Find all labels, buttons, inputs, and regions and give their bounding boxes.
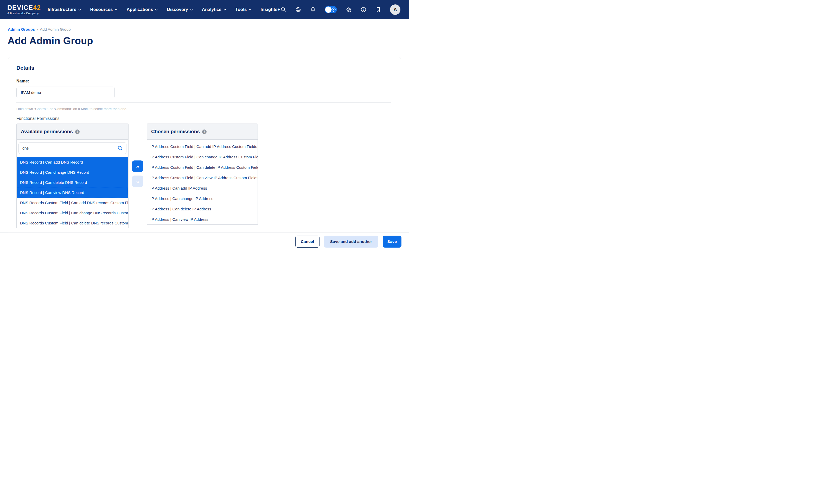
breadcrumb-current: Add Admin Group bbox=[40, 27, 70, 31]
name-input[interactable] bbox=[16, 87, 115, 98]
page-title: Add Admin Group bbox=[8, 35, 93, 47]
nav-menu-item[interactable]: Tools bbox=[235, 7, 251, 12]
chosen-permission-option[interactable]: IP Address Custom Field | Can delete IP … bbox=[147, 162, 257, 172]
chosen-permission-option[interactable]: IP Address | Can delete IP Address bbox=[147, 204, 257, 214]
notifications-bell-icon[interactable] bbox=[310, 7, 316, 13]
chevron-down-icon bbox=[190, 9, 193, 11]
nav-menu: Infrastructure Resources Applications Di… bbox=[48, 7, 280, 12]
chevron-down-icon bbox=[223, 9, 226, 11]
section-divider bbox=[16, 102, 391, 103]
globe-icon[interactable] bbox=[295, 7, 301, 13]
chosen-permissions-panel: Chosen permissions ? IP Address Custom F… bbox=[147, 124, 258, 225]
breadcrumb: Admin Groups › Add Admin Group bbox=[8, 27, 71, 31]
chosen-permission-option[interactable]: IP Address Custom Field | Can add IP Add… bbox=[147, 141, 257, 152]
chosen-permissions-header: Chosen permissions ? bbox=[147, 124, 257, 140]
nav-menu-item[interactable]: Discovery bbox=[167, 7, 193, 12]
available-permissions-header: Available permissions ? bbox=[17, 124, 128, 140]
details-heading: Details bbox=[16, 65, 391, 71]
move-right-button[interactable]: » bbox=[132, 160, 143, 172]
breadcrumb-separator: › bbox=[37, 27, 38, 31]
chosen-permission-option[interactable]: IP Address | Can add IP Address bbox=[147, 183, 257, 193]
available-permissions-title: Available permissions bbox=[21, 129, 73, 134]
available-permissions-list: DNS Record | Can add DNS Record DNS Reco… bbox=[17, 157, 128, 228]
nav-icon-cluster: ? A bbox=[280, 4, 400, 15]
chevron-down-icon bbox=[114, 9, 118, 11]
nav-menu-item[interactable]: Infrastructure bbox=[48, 7, 81, 12]
help-icon[interactable]: ? bbox=[360, 7, 366, 13]
theme-toggle[interactable] bbox=[325, 6, 337, 13]
avatar[interactable]: A bbox=[390, 4, 400, 15]
multi-select-help-text: Hold down “Control”, or “Command” on a M… bbox=[16, 107, 391, 111]
move-left-button[interactable]: « bbox=[132, 176, 143, 187]
bookmark-icon[interactable] bbox=[375, 7, 381, 13]
permissions-panels: Available permissions ? DNS Record | Can… bbox=[16, 124, 391, 228]
logo-42: 42 bbox=[33, 4, 41, 11]
search-icon[interactable] bbox=[280, 7, 286, 13]
permissions-search bbox=[18, 142, 126, 154]
chosen-permission-option[interactable]: IP Address Custom Field | Can change IP … bbox=[147, 152, 257, 162]
gear-icon[interactable] bbox=[345, 7, 352, 13]
functional-permissions-label: Functional Permissions bbox=[16, 116, 391, 121]
chevron-down-icon bbox=[78, 9, 81, 11]
footer-action-bar: Cancel Save and add another Save bbox=[0, 232, 409, 252]
search-filter-icon[interactable] bbox=[117, 145, 123, 151]
available-permission-option[interactable]: DNS Records Custom Field | Can delete DN… bbox=[17, 218, 128, 228]
save-button[interactable]: Save bbox=[383, 236, 401, 248]
available-permission-option[interactable]: DNS Record | Can add DNS Record bbox=[17, 157, 128, 167]
chosen-permissions-title: Chosen permissions bbox=[151, 129, 200, 134]
breadcrumb-admin-groups-link[interactable]: Admin Groups bbox=[8, 27, 35, 31]
nav-menu-item[interactable]: Insights+ bbox=[260, 7, 280, 12]
save-and-add-another-button[interactable]: Save and add another bbox=[324, 236, 378, 248]
chosen-permissions-list: IP Address Custom Field | Can add IP Add… bbox=[147, 141, 257, 224]
form-card: Details Name: Hold down “Control”, or “C… bbox=[8, 57, 401, 232]
device42-logo[interactable]: DEVICE42 A Freshworks Company bbox=[7, 4, 41, 15]
chevron-down-icon bbox=[248, 9, 251, 11]
top-navbar: DEVICE42 A Freshworks Company Infrastruc… bbox=[0, 0, 409, 19]
permissions-search-input[interactable] bbox=[18, 142, 126, 154]
logo-device: DEVICE bbox=[7, 4, 33, 11]
sun-icon bbox=[331, 7, 336, 12]
toggle-knob bbox=[325, 7, 331, 13]
cancel-button[interactable]: Cancel bbox=[295, 236, 319, 248]
nav-menu-item[interactable]: Applications bbox=[126, 7, 158, 12]
logo-text: DEVICE42 bbox=[7, 4, 41, 11]
chosen-permission-option[interactable]: IP Address | Can change IP Address bbox=[147, 193, 257, 204]
transfer-buttons: » « bbox=[128, 124, 147, 187]
nav-menu-item[interactable]: Analytics bbox=[202, 7, 227, 12]
available-permission-option[interactable]: DNS Record | Can view DNS Record bbox=[17, 188, 128, 198]
logo-tagline: A Freshworks Company bbox=[7, 12, 41, 15]
svg-text:?: ? bbox=[362, 8, 364, 11]
chosen-help-icon[interactable]: ? bbox=[202, 130, 206, 134]
available-permission-option[interactable]: DNS Record | Can change DNS Record bbox=[17, 167, 128, 177]
chosen-permission-option[interactable]: IP Address Custom Field | Can view IP Ad… bbox=[147, 172, 257, 183]
available-permissions-panel: Available permissions ? DNS Record | Can… bbox=[16, 124, 128, 228]
available-help-icon[interactable]: ? bbox=[75, 130, 80, 134]
available-permission-option[interactable]: DNS Records Custom Field | Can add DNS r… bbox=[17, 198, 128, 208]
available-permission-option[interactable]: DNS Records Custom Field | Can change DN… bbox=[17, 208, 128, 218]
available-permission-option[interactable]: DNS Record | Can delete DNS Record bbox=[17, 177, 128, 188]
chosen-permission-option[interactable]: IP Address | Can view IP Address bbox=[147, 214, 257, 224]
nav-menu-item[interactable]: Resources bbox=[90, 7, 118, 12]
chevron-down-icon bbox=[155, 9, 158, 11]
name-label: Name: bbox=[16, 79, 391, 83]
avatar-letter: A bbox=[393, 7, 397, 12]
